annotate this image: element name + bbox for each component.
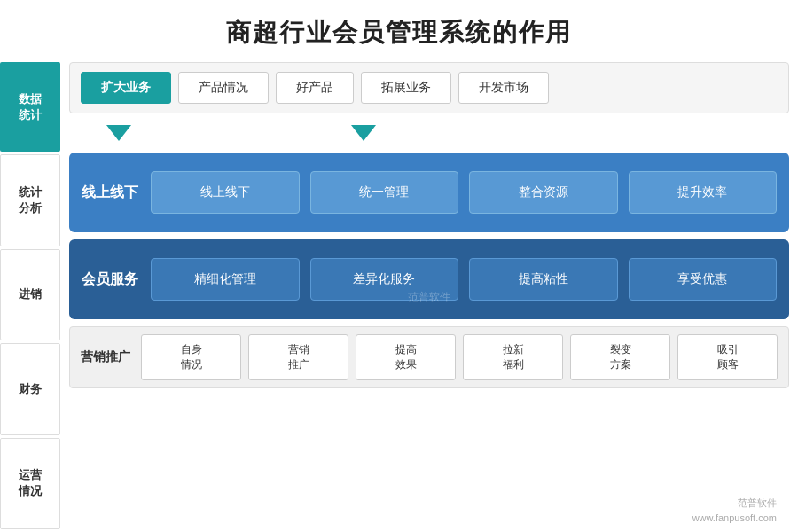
page-title: 商超行业会员管理系统的作用 bbox=[0, 0, 798, 62]
member-item-2[interactable]: 提高粘性 bbox=[469, 258, 618, 301]
top-tabs-row: 扩大业务 产品情况 好产品 拓展业务 开发市场 bbox=[69, 62, 789, 113]
online-item-1[interactable]: 统一管理 bbox=[310, 171, 459, 214]
marketing-item-2[interactable]: 提高效果 bbox=[356, 334, 456, 380]
watermark-name: 范普软件 bbox=[738, 497, 777, 508]
watermark-url: www.fanpusoft.com bbox=[692, 512, 777, 523]
content-area: 扩大业务 产品情况 好产品 拓展业务 开发市场 线上线下 线上线下 统一管理 整… bbox=[69, 62, 789, 532]
online-section-items: 线上线下 统一管理 整合资源 提升效率 bbox=[151, 171, 777, 214]
tab-expand-services[interactable]: 拓展业务 bbox=[361, 72, 451, 104]
member-section: 会员服务 精细化管理 差异化服务 提高粘性 享受优惠 bbox=[69, 239, 789, 319]
online-section-label: 线上线下 bbox=[82, 183, 138, 202]
sidebar-item-data-stats[interactable]: 数据统计 bbox=[0, 62, 60, 152]
arrows-row bbox=[69, 121, 789, 145]
sidebar-item-purchase-sales[interactable]: 进销 bbox=[0, 249, 60, 340]
marketing-row: 营销推广 自身情况 营销推广 提高效果 拉新福利 裂变方案 吸引顾客 bbox=[69, 326, 789, 388]
sidebar: 数据统计 统计分析 进销 财务 运营情况 bbox=[0, 62, 60, 532]
tab-develop-market[interactable]: 开发市场 bbox=[458, 72, 549, 104]
member-item-0[interactable]: 精细化管理 bbox=[151, 258, 300, 301]
marketing-item-1[interactable]: 营销推广 bbox=[248, 334, 348, 380]
arrow-down-left bbox=[106, 125, 131, 141]
watermark: 范普软件 www.fanpusoft.com bbox=[692, 496, 777, 525]
online-item-2[interactable]: 整合资源 bbox=[469, 171, 618, 214]
marketing-item-0[interactable]: 自身情况 bbox=[141, 334, 241, 380]
sidebar-item-stats-analysis[interactable]: 统计分析 bbox=[0, 154, 60, 246]
sidebar-item-operations[interactable]: 运营情况 bbox=[0, 438, 60, 529]
member-section-label: 会员服务 bbox=[82, 270, 138, 289]
tab-good-product[interactable]: 好产品 bbox=[276, 72, 354, 104]
arrow-down-right bbox=[351, 125, 376, 141]
member-item-1[interactable]: 差异化服务 bbox=[310, 258, 459, 301]
sidebar-item-finance[interactable]: 财务 bbox=[0, 343, 60, 434]
marketing-label: 营销推广 bbox=[81, 349, 130, 365]
member-section-items: 精细化管理 差异化服务 提高粘性 享受优惠 bbox=[151, 258, 777, 301]
tab-product-info[interactable]: 产品情况 bbox=[178, 72, 269, 104]
marketing-item-3[interactable]: 拉新福利 bbox=[463, 334, 563, 380]
online-item-3[interactable]: 提升效率 bbox=[629, 171, 778, 214]
online-section: 线上线下 线上线下 统一管理 整合资源 提升效率 范普软件 bbox=[69, 153, 789, 232]
tab-expand-business[interactable]: 扩大业务 bbox=[81, 72, 171, 104]
marketing-item-5[interactable]: 吸引顾客 bbox=[677, 334, 778, 380]
online-item-0[interactable]: 线上线下 bbox=[151, 171, 300, 214]
member-item-3[interactable]: 享受优惠 bbox=[629, 258, 778, 301]
marketing-item-4[interactable]: 裂变方案 bbox=[570, 334, 670, 380]
main-layout: 数据统计 统计分析 进销 财务 运营情况 扩大业务 产品情况 好产品 拓展业务 … bbox=[0, 62, 798, 532]
